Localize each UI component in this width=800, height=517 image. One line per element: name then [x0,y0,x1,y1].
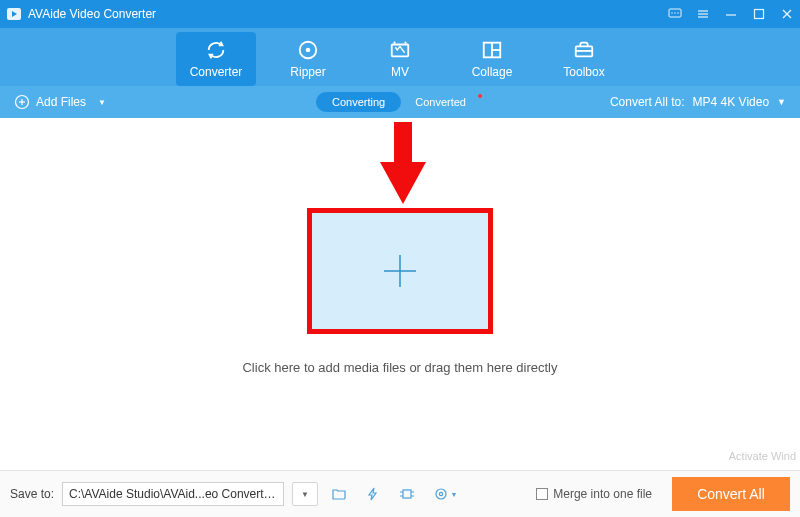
minimize-icon[interactable] [724,7,738,21]
svg-point-16 [393,42,395,44]
toolbox-icon [573,39,595,61]
main-area: Click here to add media files or drag th… [0,118,800,470]
tab-mv[interactable]: MV [360,32,440,86]
plus-circle-icon [14,94,30,110]
subbar: Add Files ▼ Converting Converted Convert… [0,86,800,118]
collage-icon [481,39,503,61]
svg-rect-10 [755,10,764,19]
add-files-label: Add Files [36,95,86,109]
lightning-icon [365,486,381,502]
segment-converted[interactable]: Converted [405,92,476,112]
tab-label: Toolbox [563,65,604,79]
svg-rect-28 [403,490,411,498]
svg-point-17 [404,42,406,44]
convert-all-button[interactable]: Convert All [672,477,790,511]
status-segment: Converting Converted [316,92,484,112]
ripper-icon [297,39,319,61]
convert-format-value: MP4 4K Video [693,95,770,109]
notification-dot-icon [478,94,482,98]
tab-label: Ripper [290,65,325,79]
chevron-down-icon: ▼ [777,97,786,107]
path-dropdown-button[interactable]: ▼ [292,482,318,506]
svg-point-33 [436,489,446,499]
svg-point-4 [674,12,675,13]
tool-hardware-button[interactable] [394,482,420,506]
save-path-value: C:\AVAide Studio\AVAid...eo Converter\Co… [69,487,277,501]
dropzone-hint: Click here to add media files or drag th… [0,360,800,375]
tab-ripper[interactable]: Ripper [268,32,348,86]
checkbox-icon [536,488,548,500]
chip-icon [399,486,415,502]
app-title: AVAide Video Converter [28,7,156,21]
svg-point-34 [439,492,442,495]
titlebar: AVAide Video Converter [0,0,800,28]
gear-icon [433,486,449,502]
convert-all-to-label: Convert All to: [610,95,685,109]
settings-button[interactable]: ▼ [428,482,462,506]
svg-point-14 [306,48,311,53]
tab-label: Collage [472,65,513,79]
bottom-bar: Save to: C:\AVAide Studio\AVAid...eo Con… [0,470,800,517]
save-path-field[interactable]: C:\AVAide Studio\AVAid...eo Converter\Co… [62,482,284,506]
chevron-down-icon: ▼ [451,491,458,498]
svg-point-5 [677,12,678,13]
close-icon[interactable] [780,7,794,21]
merge-into-one-checkbox[interactable]: Merge into one file [536,487,652,501]
feedback-icon[interactable] [668,7,682,21]
save-to-label: Save to: [10,487,54,501]
tab-converter[interactable]: Converter [176,32,256,86]
chevron-down-icon: ▼ [98,98,106,107]
menu-icon[interactable] [696,7,710,21]
window-controls [668,7,794,21]
converter-icon [205,39,227,61]
open-folder-button[interactable] [326,482,352,506]
app-logo-icon [6,6,22,22]
mv-icon [389,39,411,61]
nav-tabs: Converter Ripper MV Collage Toolbox [0,28,800,86]
add-files-button[interactable]: Add Files ▼ [14,94,106,110]
maximize-icon[interactable] [752,7,766,21]
tab-collage[interactable]: Collage [452,32,532,86]
merge-label: Merge into one file [553,487,652,501]
add-media-dropzone[interactable] [307,208,493,334]
tab-label: Converter [190,65,243,79]
convert-all-to[interactable]: Convert All to: MP4 4K Video ▼ [610,95,786,109]
tab-label: MV [391,65,409,79]
svg-point-3 [671,12,672,13]
chevron-down-icon: ▼ [301,490,309,499]
tab-toolbox[interactable]: Toolbox [544,32,624,86]
annotation-arrow-icon [380,122,426,204]
folder-icon [331,486,347,502]
tool-enhance-button[interactable] [360,482,386,506]
segment-converting[interactable]: Converting [316,92,401,112]
plus-icon [380,251,420,291]
windows-activation-watermark: Activate Wind [729,450,796,462]
